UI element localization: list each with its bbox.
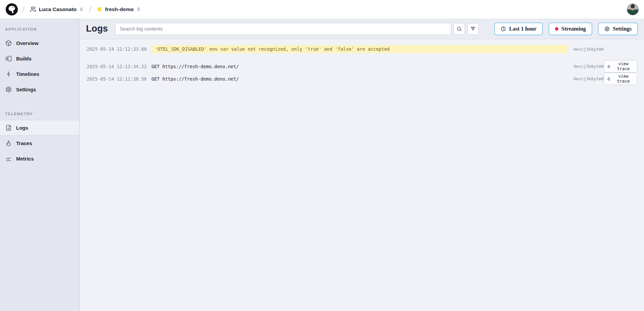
fresh-lemon-icon xyxy=(97,6,102,12)
cube-icon xyxy=(5,40,12,46)
streaming-button[interactable]: Streaming xyxy=(549,23,592,35)
flame-icon xyxy=(5,140,12,146)
sidebar-item-timelines[interactable]: Timelines xyxy=(0,66,79,82)
toolbar-button-group: Last 1 hour Streaming Settings xyxy=(494,23,638,35)
view-trace-button[interactable]: view trace xyxy=(604,73,637,85)
streaming-dot-icon xyxy=(555,27,558,31)
log-message: GET https://fresh-demo.deno.net/ xyxy=(152,76,568,82)
time-range-button[interactable]: Last 1 hour xyxy=(494,23,543,35)
sidebar-item-logs[interactable]: Logs xyxy=(0,120,79,135)
breadcrumb-separator: / xyxy=(88,5,92,14)
sidebar: APPLICATION Overview Builds Timelines Se… xyxy=(0,18,80,311)
log-message: GET https://fresh-demo.deno.net/ xyxy=(152,64,568,69)
view-trace-label: view trace xyxy=(613,61,634,71)
log-list: 2025-05-14 12:12:33.80 'OTEL_SDK_DISABLE… xyxy=(80,39,644,85)
view-trace-slot: view trace xyxy=(604,60,637,73)
view-trace-button[interactable]: view trace xyxy=(604,60,637,73)
page-title: Logs xyxy=(86,24,108,34)
sidebar-item-settings[interactable]: Settings xyxy=(0,82,79,97)
chevrons-up-down-icon xyxy=(79,7,84,11)
sidebar-item-traces[interactable]: Traces xyxy=(0,135,79,151)
chevrons-up-down-icon xyxy=(136,7,141,11)
sidebar-item-label: Settings xyxy=(16,87,36,92)
user-avatar[interactable] xyxy=(627,3,639,15)
sidebar-item-label: Builds xyxy=(16,56,32,61)
log-settings-label: Settings xyxy=(613,26,632,32)
breadcrumb-separator: / xyxy=(22,5,25,14)
gear-icon xyxy=(604,26,610,32)
view-trace-slot: view trace xyxy=(604,73,637,85)
sidebar-item-builds[interactable]: Builds xyxy=(0,51,79,66)
sidebar-item-metrics[interactable]: Metrics xyxy=(0,151,79,166)
sidebar-item-label: Traces xyxy=(16,140,32,146)
clock-icon xyxy=(501,26,506,32)
filter-funnel-icon xyxy=(470,26,476,32)
log-row[interactable]: 2025-05-14 12:12:33.80 'OTEL_SDK_DISABLE… xyxy=(80,44,644,54)
search-input[interactable] xyxy=(115,23,451,35)
trend-line-icon xyxy=(5,156,12,162)
project-name: fresh-demo xyxy=(105,6,134,12)
flame-icon xyxy=(607,64,611,69)
log-message-warning: 'OTEL_SDK_DISABLED' env var value not re… xyxy=(152,45,568,53)
search-icon xyxy=(457,26,462,32)
search-button[interactable] xyxy=(454,23,465,35)
breadcrumb-team-selector[interactable]: Luca Casonato xyxy=(29,4,85,14)
team-name: Luca Casonato xyxy=(39,6,77,12)
top-navbar: / Luca Casonato / fresh-demo xyxy=(0,0,644,18)
trace-id: 4evzj3k8ytm0 xyxy=(573,47,604,52)
gear-icon xyxy=(5,86,12,93)
breadcrumb-project-selector[interactable]: fresh-demo xyxy=(95,4,142,14)
sidebar-section-application: APPLICATION xyxy=(0,18,79,35)
time-range-label: Last 1 hour xyxy=(509,26,536,32)
log-timestamp: 2025-05-14 12:12:34.22 xyxy=(87,64,147,69)
commit-icon xyxy=(5,71,12,77)
log-row[interactable]: 2025-05-14 12:12:38.56 GET https://fresh… xyxy=(80,73,644,85)
main-content: Logs Last 1 hour Streaming xyxy=(80,18,644,311)
deno-logo-icon[interactable] xyxy=(5,3,18,16)
sidebar-item-label: Timelines xyxy=(16,71,39,77)
trace-id: 4evzj3k8ytm0 xyxy=(573,76,604,81)
panels-icon xyxy=(5,55,12,62)
streaming-label: Streaming xyxy=(561,26,586,32)
sidebar-item-label: Logs xyxy=(16,125,28,131)
view-trace-label: view trace xyxy=(613,74,634,84)
sidebar-item-overview[interactable]: Overview xyxy=(0,35,79,51)
trace-id: 4evzj3k8ytm0 xyxy=(573,64,604,69)
filter-button[interactable] xyxy=(467,23,479,35)
flame-icon xyxy=(607,77,611,81)
users-icon xyxy=(30,6,36,12)
log-timestamp: 2025-05-14 12:12:38.56 xyxy=(87,76,147,82)
file-text-icon xyxy=(5,125,12,131)
log-timestamp: 2025-05-14 12:12:33.80 xyxy=(87,46,147,52)
sidebar-section-telemetry: TELEMETRY xyxy=(0,97,79,120)
sidebar-item-label: Overview xyxy=(16,40,39,46)
logs-toolbar: Logs Last 1 hour Streaming xyxy=(80,18,644,39)
log-row[interactable]: 2025-05-14 12:12:34.22 GET https://fresh… xyxy=(80,60,644,73)
sidebar-item-label: Metrics xyxy=(16,156,34,162)
log-settings-button[interactable]: Settings xyxy=(598,23,638,35)
